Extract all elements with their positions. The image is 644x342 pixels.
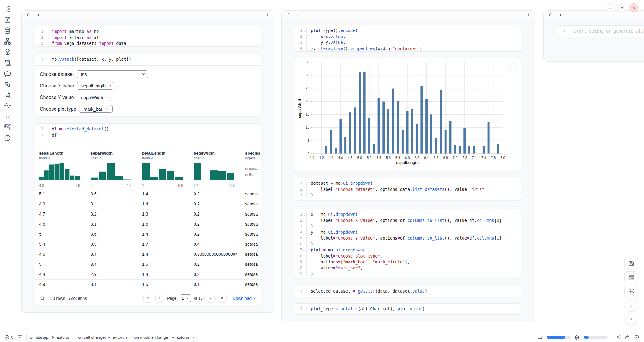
chart-actions-button[interactable] — [508, 62, 516, 70]
fold-arrow-icon[interactable]: ⌄ — [302, 212, 306, 218]
activity-icon[interactable] — [3, 102, 11, 110]
choose-plot-type-select[interactable]: mark_bar — [79, 105, 113, 113]
code-line: 4⌄y = mo.ui.dropdown( — [294, 230, 521, 236]
column-name: petalWidth — [194, 151, 215, 155]
column-histogram — [39, 163, 80, 180]
notebook-pen-icon[interactable] — [3, 123, 11, 131]
table-row: 4.931.40.2setosa — [35, 199, 261, 209]
cell-empty-ai[interactable]: 1 Start coding or generate with AI — [557, 25, 644, 37]
file-tree-icon[interactable] — [3, 5, 11, 13]
first-page-button[interactable] — [143, 294, 152, 303]
column-prev-button[interactable] — [25, 12, 31, 18]
column-prev-button[interactable] — [285, 12, 291, 18]
cell-vstack[interactable]: 1mo.vstack([dataset, x, y, plot]) Choose… — [35, 54, 261, 116]
cell-xy-plot-dropdowns[interactable]: 1⌄x = mo.ui.dropdown(2 label="Choose X v… — [294, 209, 521, 278]
generate-ai-link[interactable]: generate — [614, 29, 633, 34]
package-icon[interactable] — [3, 48, 11, 56]
control-row: Choose X valuesepalLength — [40, 82, 261, 90]
cell-plot-type[interactable]: 1plot_type = getattr(alt.Chart(df), plot… — [294, 303, 521, 315]
column-prev-button[interactable] — [547, 12, 553, 18]
settings-button[interactable] — [618, 3, 626, 12]
choose-y-value-select[interactable]: sepalWidth — [77, 94, 111, 101]
add-cell-button[interactable] — [526, 12, 531, 18]
table-row: 4.73.21.30.2setosa — [35, 209, 261, 219]
control-label: Choose dataset — [40, 72, 74, 77]
runtime-config-0[interactable]: on startup: autorun — [30, 335, 71, 340]
database-icon[interactable] — [3, 27, 11, 34]
keyboard-shortcuts-button[interactable] — [624, 285, 638, 297]
column-next-button[interactable] — [296, 12, 301, 18]
column-next-button[interactable] — [558, 12, 563, 18]
choose-x-value-select[interactable]: sepalLength — [77, 82, 113, 90]
cell-dataframe[interactable]: 1df = selected_dataset()2df sepalLength … — [35, 123, 261, 306]
save-button[interactable] — [624, 258, 638, 269]
connection-status-icon[interactable] — [634, 335, 639, 340]
run-all-button[interactable] — [625, 313, 637, 325]
fold-arrow-icon[interactable]: ⌄ — [302, 247, 306, 253]
chevron-down-icon — [106, 107, 110, 111]
code-line: 1⌄plot_type().encode( — [294, 28, 521, 34]
status-bar: 0 on startup: autorunon cell change: aut… — [0, 332, 644, 342]
notebook-menu-button[interactable] — [606, 3, 615, 12]
choose-dataset-select[interactable]: iris — [77, 70, 148, 78]
stop-button[interactable] — [625, 299, 637, 312]
code-line: 2 label="Choose X value", options=df.col… — [294, 218, 521, 224]
next-page-button[interactable] — [206, 294, 215, 303]
scroll-text-icon[interactable] — [3, 59, 11, 67]
cell-chart-output[interactable]: 4.04.24.44.64.85.05.25.45.65.86.06.26.46… — [294, 58, 521, 171]
fold-arrow-icon[interactable]: ⌄ — [302, 28, 306, 34]
vega-bar-chart: 4.04.24.44.64.85.05.25.45.65.86.06.26.46… — [294, 58, 521, 171]
page-number-select[interactable]: 1 — [180, 294, 191, 302]
control-row: Choose plot typemark_bar — [40, 105, 261, 113]
network-icon[interactable] — [3, 37, 11, 45]
svg-text:6.2: 6.2 — [415, 156, 419, 159]
cell-selected-dataset[interactable]: 1selected_dataset = getattr(data, datase… — [294, 286, 521, 297]
help-circle-icon[interactable] — [3, 134, 11, 142]
code-line: 3) — [294, 223, 521, 230]
column-stat: unique: — [245, 166, 257, 171]
runtime-config-1[interactable]: on cell change: autorun — [78, 335, 127, 340]
copilot-bot-button[interactable] — [625, 335, 630, 340]
plus-icon — [266, 13, 270, 17]
runtime-config-2[interactable]: on module change: autorun — [134, 335, 196, 340]
code-line: 1import marimo as mo — [35, 29, 261, 35]
code-line: 1mo.vstack([dataset, x, y, plot]) — [35, 56, 261, 62]
svg-text:0: 0 — [308, 152, 309, 155]
cell-dataset-dropdown[interactable]: 1⌄dataset = mo.ui.dropdown(2 label="Choo… — [294, 178, 521, 200]
layout-button[interactable] — [624, 271, 638, 283]
control-label: Choose X value — [40, 83, 74, 89]
cell-plot-code[interactable]: 1⌄plot_type().encode(2 x=x.value,3 y=y.v… — [294, 25, 521, 52]
error-indicator[interactable]: 0 — [4, 335, 13, 340]
marimo-app: 1import marimo as mo2import altair as al… — [0, 0, 644, 342]
add-cell-button[interactable] — [265, 12, 270, 18]
chevron-down-icon — [192, 335, 195, 339]
svg-text:4.0: 4.0 — [309, 156, 314, 159]
segment-label: on cell change: — [78, 335, 106, 340]
fold-arrow-icon[interactable]: ⌄ — [302, 180, 306, 187]
zap-icon — [171, 335, 175, 339]
ai-sparkles-button[interactable] — [616, 335, 621, 340]
sidebar — [0, 0, 20, 332]
download-button[interactable]: Download — [233, 296, 256, 301]
function-square-icon[interactable] — [3, 16, 11, 24]
list-search-icon[interactable] — [3, 80, 11, 88]
code-square-icon[interactable] — [3, 112, 11, 120]
search-icon[interactable] — [40, 296, 45, 301]
chevron-down-icon — [253, 297, 256, 300]
chat-bot-icon[interactable] — [3, 69, 11, 77]
chevron-left-icon — [286, 13, 290, 17]
prev-page-button[interactable] — [155, 294, 164, 303]
terminal-button[interactable] — [17, 335, 23, 340]
column-next-button[interactable] — [36, 12, 41, 18]
control-label: Choose plot type — [40, 106, 76, 112]
code-line: 1selected_dataset = getattr(data, datase… — [294, 288, 521, 294]
cell-imports[interactable]: 1import marimo as mo2import altair as al… — [35, 26, 261, 47]
fold-arrow-icon[interactable]: ⌄ — [302, 230, 306, 236]
shutdown-button[interactable] — [629, 3, 638, 12]
ai-placeholder[interactable]: Start coding or generate with AI — [570, 28, 644, 34]
column-2-header — [282, 11, 535, 19]
code-line: 10 value="mark_bar", — [294, 265, 521, 271]
file-text-icon[interactable] — [3, 91, 11, 99]
last-page-button[interactable] — [218, 294, 227, 303]
segment-value: autorun — [56, 335, 70, 340]
